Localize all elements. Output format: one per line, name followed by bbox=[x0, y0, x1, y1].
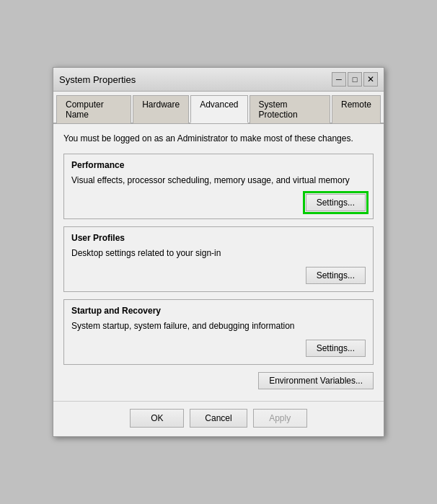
performance-description: Visual effects, processor scheduling, me… bbox=[71, 174, 366, 187]
title-bar: System Properties ─ □ ✕ bbox=[53, 68, 384, 92]
tabs-container: Computer Name Hardware Advanced System P… bbox=[53, 92, 384, 124]
startup-recovery-settings-button[interactable]: Settings... bbox=[306, 340, 366, 357]
startup-recovery-title: Startup and Recovery bbox=[71, 306, 366, 316]
cancel-button[interactable]: Cancel bbox=[190, 409, 247, 428]
environment-variables-button[interactable]: Environment Variables... bbox=[258, 372, 374, 389]
tab-content: You must be logged on as an Administrato… bbox=[53, 124, 384, 400]
user-profiles-description: Desktop settings related to your sign-in bbox=[71, 247, 366, 260]
tab-hardware[interactable]: Hardware bbox=[133, 95, 189, 123]
performance-section: Performance Visual effects, processor sc… bbox=[63, 154, 374, 219]
performance-settings-row: Settings... bbox=[71, 194, 366, 211]
tab-computer-name[interactable]: Computer Name bbox=[56, 95, 131, 123]
user-profiles-settings-button[interactable]: Settings... bbox=[306, 267, 366, 284]
performance-settings-button[interactable]: Settings... bbox=[306, 194, 366, 211]
window-title: System Properties bbox=[59, 74, 136, 85]
tab-system-protection[interactable]: System Protection bbox=[250, 95, 330, 123]
tab-remote[interactable]: Remote bbox=[332, 95, 381, 123]
user-profiles-section: User Profiles Desktop settings related t… bbox=[63, 226, 374, 292]
admin-notice: You must be logged on as an Administrato… bbox=[63, 133, 374, 145]
startup-recovery-description: System startup, system failure, and debu… bbox=[71, 320, 366, 332]
env-variables-row: Environment Variables... bbox=[63, 372, 374, 389]
close-button[interactable]: ✕ bbox=[363, 72, 378, 87]
footer-buttons: OK Cancel Apply bbox=[53, 401, 384, 436]
apply-button[interactable]: Apply bbox=[253, 409, 307, 428]
maximize-button[interactable]: □ bbox=[348, 72, 362, 87]
user-profiles-title: User Profiles bbox=[71, 233, 366, 243]
tab-advanced[interactable]: Advanced bbox=[190, 95, 247, 123]
user-profiles-settings-row: Settings... bbox=[71, 267, 366, 284]
startup-recovery-section: Startup and Recovery System startup, sys… bbox=[63, 299, 374, 365]
performance-title: Performance bbox=[71, 160, 366, 170]
title-bar-controls: ─ □ ✕ bbox=[332, 72, 378, 87]
ok-button[interactable]: OK bbox=[130, 409, 184, 428]
startup-recovery-settings-row: Settings... bbox=[71, 340, 366, 357]
system-properties-window: System Properties ─ □ ✕ Computer Name Ha… bbox=[53, 67, 384, 436]
minimize-button[interactable]: ─ bbox=[332, 72, 346, 87]
